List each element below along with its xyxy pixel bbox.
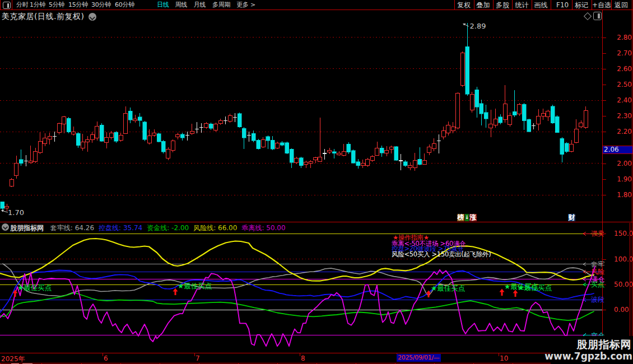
curve-套牢线 [3, 264, 594, 296]
event-badge-财[interactable]: 财 [568, 214, 575, 221]
indicator-curves [0, 239, 595, 346]
price-tick [603, 53, 606, 54]
toolbar-separator [474, 0, 474, 10]
svg-text:强卖: 强卖 [591, 230, 604, 237]
buy-point-label: ★最佳买点 [178, 282, 212, 290]
button-F10[interactable]: F10 [556, 1, 569, 9]
event-badge-榜[interactable]: 榜 [457, 214, 464, 221]
button-画线[interactable]: 画线 [534, 1, 548, 9]
indicator-chart[interactable]: 强卖套牢风险满仓买点波段空仓★操作指南★乖离<-50不进场 >60满仓控盘>20… [0, 222, 633, 363]
price-tick [603, 179, 606, 180]
tab-15分钟[interactable]: 15分钟 [68, 1, 88, 9]
buy-point-labels: ★最佳买点★最佳买点★最佳买点★最佳买点★最佳买点 [13, 282, 552, 297]
period-toolbar: 分时1分钟5分钟15分钟30分钟60分钟日线周线月线多周期更多 > 复权叠加多股… [0, 0, 633, 10]
price-tick [603, 69, 606, 69]
watermark-url: www.7gpzb.com [544, 351, 632, 362]
toolbar-separator [572, 0, 573, 10]
tab-1分钟[interactable]: 1分钟 [30, 1, 45, 9]
price-tick [603, 38, 606, 38]
event-badge-↓[interactable]: ↓ [465, 214, 469, 221]
price-label: 1.90 [613, 175, 632, 183]
toolbar-separator [611, 0, 612, 10]
buy-point-label: ★最佳买点 [17, 283, 52, 292]
tab-5分钟[interactable]: 5分钟 [49, 1, 64, 9]
price-tick [603, 100, 606, 101]
tab-30分钟[interactable]: 30分钟 [91, 1, 111, 9]
buy-point-label: ★最佳买点 [431, 284, 465, 292]
curve-控盘线 [0, 270, 594, 313]
tab-更多 >[interactable]: 更多 > [236, 1, 255, 9]
price-annotations: 2.891.70 [1, 22, 486, 217]
svg-text:套牢: 套牢 [591, 260, 604, 268]
button-标记[interactable]: 标记 [575, 1, 588, 9]
toolbar-separator [532, 0, 532, 10]
tab-周线[interactable]: 周线 [175, 1, 188, 9]
strategy-guide-text: ★操作指南★乖离<-50不进场 >60满仓控盘>20做波段 >75减仓风险<50… [392, 234, 491, 258]
toolbar-separator [512, 0, 513, 10]
price-label: 2.40 [613, 96, 632, 104]
price-tick [603, 195, 606, 195]
button-返回[interactable]: 返回 [615, 1, 628, 9]
tab-日线[interactable]: 日线 [157, 1, 169, 9]
price-label: 2.60 [613, 65, 632, 73]
panel-split-icon [3, 2, 11, 9]
price-label: 2.20 [613, 128, 632, 136]
price-label: 2.00 [613, 160, 632, 167]
candlestick-chart[interactable]: 2.891.70 [0, 10, 633, 222]
price-tick [603, 132, 606, 132]
price-label: 2.70 [613, 49, 632, 57]
buy-point-label: ★最佳买点 [518, 283, 552, 292]
price-tick [603, 164, 606, 164]
price-tick [603, 116, 606, 116]
price-label: 1.80 [613, 191, 632, 199]
price-label: 2.30 [613, 112, 632, 120]
low-annotation: 1.70 [8, 208, 24, 217]
curve-资金线 [0, 293, 594, 321]
price-tick [603, 85, 606, 85]
candles [1, 23, 588, 211]
tab-多周期[interactable]: 多周期 [212, 1, 230, 9]
price-label: 2.80 [613, 34, 632, 41]
svg-text:买点: 买点 [591, 281, 604, 288]
button-叠加[interactable]: 叠加 [477, 1, 490, 9]
curve-风险线 [0, 239, 594, 281]
high-annotation: 2.89 [470, 22, 486, 30]
svg-text:波段: 波段 [591, 296, 604, 304]
watermark: 股朋指标网 www.7gpzb.com [551, 336, 633, 364]
button-复权[interactable]: 复权 [457, 1, 471, 9]
trading-app-window: 分时1分钟5分钟15分钟30分钟60分钟日线周线月线多周期更多 > 复权叠加多股… [0, 0, 633, 364]
last-price-badge: 2.06 [602, 146, 633, 154]
toolbar-separator [551, 0, 551, 10]
svg-text:风险<50买入 >150卖出(起飞除外): 风险<50买入 >150卖出(起飞除外) [392, 250, 491, 258]
button-+自选[interactable]: +自选 [592, 1, 611, 9]
tab-月线[interactable]: 月线 [194, 1, 206, 9]
price-label: 2.50 [613, 81, 632, 88]
toolbar-separator [493, 0, 494, 10]
button-统计[interactable]: 统计 [515, 1, 529, 9]
event-badge-涨[interactable]: 涨 [469, 214, 477, 221]
button-多股[interactable]: 多股 [496, 1, 509, 9]
layout-button[interactable] [1, 0, 12, 10]
tab-分时[interactable]: 分时 [16, 1, 29, 9]
toolbar-separator [454, 0, 455, 10]
toolbar-separator [592, 0, 592, 10]
tab-60分钟[interactable]: 60分钟 [115, 1, 134, 9]
